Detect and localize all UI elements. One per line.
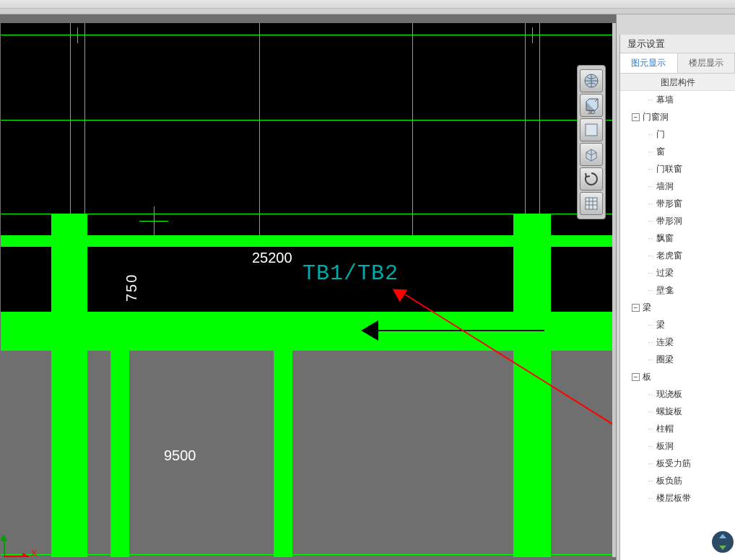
- tree-item-banshoulijin[interactable]: ··板受力筋: [620, 455, 735, 472]
- ucs-x-arrow-icon: [22, 553, 30, 557]
- wall: [513, 214, 551, 557]
- grid-line: [259, 23, 260, 240]
- tree-item-liang[interactable]: ··梁: [620, 316, 735, 333]
- title-bar: [0, 0, 735, 9]
- view-front-button[interactable]: [580, 118, 603, 141]
- svg-rect-3: [586, 198, 597, 209]
- slab: [87, 351, 110, 557]
- view-navigator[interactable]: [712, 531, 734, 553]
- grid-tick: [412, 27, 413, 43]
- nav-down-icon[interactable]: [719, 546, 726, 550]
- tree-item-chuang[interactable]: ··窗: [620, 143, 735, 160]
- grid-tick: [70, 35, 86, 35]
- ucs-x-label: X: [31, 548, 37, 557]
- rotate-icon[interactable]: [580, 167, 603, 191]
- tree-item-zhumao[interactable]: ··柱帽: [620, 420, 735, 437]
- grid-line: [84, 23, 85, 240]
- slab: [1, 351, 51, 557]
- collapse-icon[interactable]: −: [632, 304, 640, 312]
- ucs-y-axis: [4, 541, 5, 557]
- grid-line: [539, 23, 540, 240]
- wall: [1, 312, 613, 351]
- wall: [51, 214, 87, 557]
- tree-item-laohuchuang[interactable]: ··老虎窗: [620, 247, 735, 264]
- tree-item-quanliang[interactable]: ··圈梁: [620, 351, 735, 368]
- collapse-icon[interactable]: −: [632, 113, 640, 121]
- tree-item-loucengbandai[interactable]: ··楼层板带: [620, 489, 735, 507]
- wall: [274, 351, 292, 557]
- view-3d-button[interactable]: 3D: [580, 94, 603, 117]
- grid-line: [1, 120, 613, 121]
- tree-item-piaochuang[interactable]: ··飘窗: [620, 229, 735, 247]
- dimension-750: 750: [123, 274, 140, 302]
- tree-item-bikan[interactable]: ··壁龛: [620, 281, 735, 299]
- display-settings-panel: 显示设置 图元显示 楼层显示 图层构件 ··幕墙 −门窗洞 ··门 ··窗 ··…: [619, 35, 735, 560]
- tree-group-doorwindow[interactable]: −门窗洞: [620, 108, 735, 126]
- grid-line: [1, 35, 613, 35]
- grid-line: [412, 23, 413, 240]
- grid-tick: [532, 27, 533, 43]
- grid-properties-button[interactable]: [580, 192, 603, 215]
- tree-item-menlianchuang[interactable]: ··门联窗: [620, 160, 735, 178]
- tree-item-banfujin[interactable]: ··板负筋: [620, 472, 735, 489]
- tab-element-display[interactable]: 图元显示: [620, 53, 678, 73]
- panel-tabs: 图元显示 楼层显示: [620, 53, 735, 74]
- tree-item-men[interactable]: ··门: [620, 126, 735, 143]
- tree-item-daixingdong[interactable]: ··带形洞: [620, 212, 735, 229]
- tree-group-ban[interactable]: −板: [620, 368, 735, 385]
- grid-line: [1, 554, 613, 555]
- grid-tick: [525, 35, 541, 35]
- collapse-icon[interactable]: −: [632, 373, 640, 381]
- canvas-viewport[interactable]: 25200 750 9500 TB1/TB2 X: [0, 14, 617, 560]
- view-toolbar: 3D: [577, 65, 606, 219]
- tab-floor-display[interactable]: 楼层显示: [678, 53, 736, 73]
- ucs-x-axis: [4, 556, 22, 557]
- nav-up-icon[interactable]: [719, 534, 726, 538]
- toolbar-strip: [0, 9, 735, 14]
- tree-header: 图层构件: [620, 74, 735, 91]
- ucs-y-arrow-icon: [1, 534, 7, 541]
- slab: [129, 351, 274, 557]
- view-iso-button[interactable]: [580, 143, 603, 166]
- drawing-canvas[interactable]: 25200 750 9500 TB1/TB2 X: [1, 23, 613, 557]
- tree-item-luoxuanban[interactable]: ··螺旋板: [620, 403, 735, 420]
- slab: [551, 351, 613, 557]
- grid-tick: [259, 27, 260, 43]
- tree-item-bandong[interactable]: ··板洞: [620, 437, 735, 455]
- dimension-9500: 9500: [164, 447, 196, 464]
- layer-tree[interactable]: ··幕墙 −门窗洞 ··门 ··窗 ··门联窗 ··墙洞 ··带形窗 ··带形洞…: [620, 91, 735, 560]
- grid-line: [525, 23, 526, 240]
- grid-line: [70, 23, 71, 240]
- panel-title: 显示设置: [620, 35, 735, 53]
- tree-item-xianjiaoban[interactable]: ··现浇板: [620, 385, 735, 403]
- canvas-scrollbar[interactable]: [612, 23, 616, 557]
- app-window: 25200 750 9500 TB1/TB2 X: [0, 0, 735, 560]
- wall: [110, 351, 129, 557]
- grid-tick: [77, 27, 78, 43]
- slab: [292, 351, 513, 557]
- direction-arrow-head: [361, 320, 378, 341]
- tree-item-guoliang[interactable]: ··过梁: [620, 264, 735, 281]
- globe-icon[interactable]: [580, 69, 603, 92]
- tree-item-muqiang[interactable]: ··幕墙: [620, 91, 735, 108]
- svg-rect-2: [586, 124, 597, 136]
- tree-item-qiangdong[interactable]: ··墙洞: [620, 178, 735, 195]
- dimension-25200: 25200: [252, 250, 292, 266]
- tree-item-daixingchuang[interactable]: ··带形窗: [620, 195, 735, 212]
- tree-group-liang[interactable]: −梁: [620, 299, 735, 316]
- cursor-crosshair: [139, 221, 168, 222]
- entity-label-tb1tb2[interactable]: TB1/TB2: [303, 261, 399, 286]
- tree-item-lianliang[interactable]: ··连梁: [620, 333, 735, 351]
